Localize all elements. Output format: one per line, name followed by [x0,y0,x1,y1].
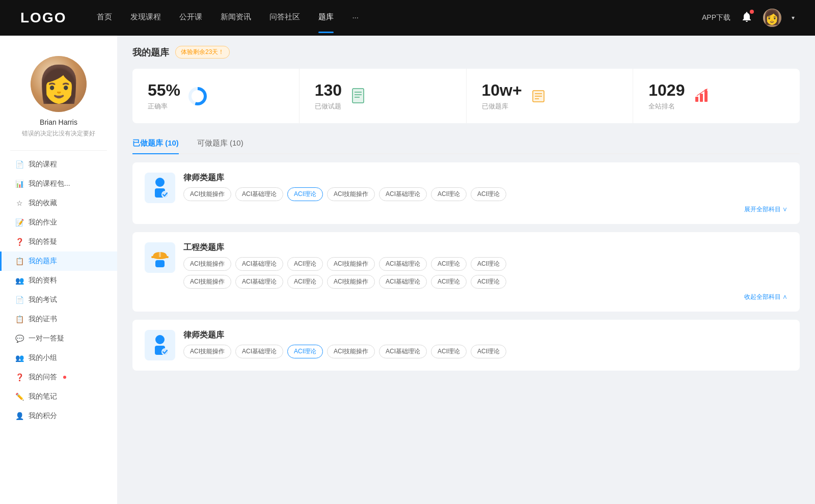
sidebar-item-myexam[interactable]: 📄 我的考试 [0,290,117,310]
tag-2[interactable]: ACI基础理论 [235,187,283,201]
sidebar-item-label: 我的小组 [29,353,57,362]
stat-questions: 130 已做试题 [300,69,467,123]
eng2-tag-2[interactable]: ACI基础理论 [235,275,283,289]
nav-item-questionbank[interactable]: 题库 [318,12,334,24]
accuracy-pie-chart [188,87,207,105]
stat-ranking-text: 1029 全站排名 [648,81,685,111]
stat-questions-value: 130 [315,81,342,100]
l2-tag-6[interactable]: ACI理论 [431,345,467,358]
bank-title-engineer: 工程类题库 [183,242,787,253]
nav-item-news[interactable]: 新闻资讯 [221,12,251,24]
sidebar-item-myanswers[interactable]: ❓ 我的答疑 [0,232,117,251]
user-avatar[interactable]: 👩 [763,9,781,27]
sidebar: Brian Harris 错误的决定比没有决定要好 📄 我的课程 📊 我的课程包… [0,36,117,504]
nav-item-opencourse[interactable]: 公开课 [179,12,202,24]
sidebar-item-label: 我的题库 [29,257,57,266]
mycourse-icon: 📄 [15,160,23,169]
sidebar-item-myqa[interactable]: ❓ 我的问答 [0,368,117,387]
sidebar-item-mycourse[interactable]: 📄 我的课程 [0,155,117,174]
app-download-link[interactable]: APP下载 [702,13,730,22]
bank-card-engineer: 工程类题库 ACI技能操作 ACI基础理论 ACI理论 ACI技能操作 ACI基… [132,232,800,312]
eng-tag-1[interactable]: ACI技能操作 [183,257,231,271]
sidebar-item-coursepack[interactable]: 📊 我的课程包... [0,174,117,193]
sidebar-divider [10,150,107,151]
sidebar-item-mygroup[interactable]: 👥 我的小组 [0,348,117,368]
l2-tag-7[interactable]: ACI理论 [471,345,506,358]
eng2-tag-6[interactable]: ACI理论 [431,275,467,289]
eng2-tag-5[interactable]: ACI基础理论 [379,275,427,289]
tabs-bar: 已做题库 (10) 可做题库 (10) [132,133,800,154]
l2-tag-2[interactable]: ACI基础理论 [235,345,283,358]
expand-link-lawyer-1[interactable]: 展开全部科目 ∨ [183,205,787,214]
notification-bell[interactable] [741,11,753,25]
qa-unread-dot [63,376,66,379]
svg-rect-12 [704,91,708,102]
svg-rect-0 [352,89,364,103]
favorites-icon: ☆ [15,199,23,207]
stat-ranking-label: 全站排名 [648,102,685,111]
tag-5[interactable]: ACI基础理论 [379,187,427,201]
user-name: Brian Harris [40,118,77,126]
eng-tag-3[interactable]: ACI理论 [287,257,323,271]
mygroup-icon: 👥 [15,354,23,362]
svg-rect-21 [155,260,165,267]
tag-1[interactable]: ACI技能操作 [183,187,231,201]
tag-3[interactable]: ACI理论 [287,187,323,201]
l2-tag-1[interactable]: ACI技能操作 [183,345,231,358]
collapse-link-engineer[interactable]: 收起全部科目 ∧ [183,293,787,301]
sidebar-item-label: 我的证书 [29,315,57,324]
bank-tags-engineer-row1: ACI技能操作 ACI基础理论 ACI理论 ACI技能操作 ACI基础理论 AC… [183,257,787,271]
sidebar-item-favorites[interactable]: ☆ 我的收藏 [0,193,117,213]
sidebar-item-myprofile[interactable]: 👥 我的资料 [0,271,117,290]
eng2-tag-4[interactable]: ACI技能操作 [327,275,375,289]
avatar-image [31,56,87,112]
eng-tag-5[interactable]: ACI基础理论 [379,257,427,271]
sidebar-item-mycert[interactable]: 📋 我的证书 [0,310,117,329]
tag-4[interactable]: ACI技能操作 [327,187,375,201]
tag-6[interactable]: ACI理论 [431,187,467,201]
eng2-tag-7[interactable]: ACI理论 [471,275,506,289]
l2-tag-5[interactable]: ACI基础理论 [379,345,427,358]
sidebar-item-mybank[interactable]: 📋 我的题库 [0,251,117,271]
nav-item-more[interactable]: ··· [352,13,359,23]
nav-item-discover[interactable]: 发现课程 [130,12,161,24]
sidebar-item-mypoints[interactable]: 👤 我的积分 [0,406,117,426]
tag-7[interactable]: ACI理论 [471,187,506,201]
banks-icon [530,87,549,105]
sidebar-item-label: 我的课程 [29,160,57,169]
notification-dot [750,10,754,14]
eng2-tag-1[interactable]: ACI技能操作 [183,275,231,289]
nav-item-qa[interactable]: 问答社区 [269,12,300,24]
bank-card-lawyer-2: 律师类题库 ACI技能操作 ACI基础理论 ACI理论 ACI技能操作 ACI基… [132,320,800,371]
svg-point-14 [155,178,165,187]
eng2-tag-3[interactable]: ACI理论 [287,275,323,289]
tab-available-banks[interactable]: 可做题库 (10) [197,133,243,153]
engineer-icon [145,242,175,273]
l2-tag-4[interactable]: ACI技能操作 [327,345,375,358]
main-content: 我的题库 体验剩余23天！ 55% 正确率 130 已做试题 [117,36,815,504]
eng-tag-2[interactable]: ACI基础理论 [235,257,283,271]
eng-tag-4[interactable]: ACI技能操作 [327,257,375,271]
sidebar-item-mynotes[interactable]: ✏️ 我的笔记 [0,387,117,406]
stat-questions-text: 130 已做试题 [315,81,342,111]
eng-tag-7[interactable]: ACI理论 [471,257,506,271]
homework-icon: 📝 [15,218,23,227]
myqa-icon: ❓ [15,373,23,381]
svg-rect-11 [700,94,703,102]
stat-accuracy-text: 55% 正确率 [148,81,180,111]
sidebar-item-homework[interactable]: 📝 我的作业 [0,213,117,232]
sidebar-item-label: 我的收藏 [29,199,57,208]
eng-tag-6[interactable]: ACI理论 [431,257,467,271]
l2-tag-3[interactable]: ACI理论 [287,345,323,358]
lawyer-icon-2 [145,330,175,360]
stat-ranking: 1029 全站排名 [633,69,800,123]
ranking-icon [693,87,711,105]
tab-done-banks[interactable]: 已做题库 (10) [132,133,179,153]
lawyer-icon [145,173,175,203]
user-dropdown-arrow[interactable]: ▾ [792,14,795,21]
navbar-menu: 首页 发现课程 公开课 新闻资讯 问答社区 题库 ··· [97,12,702,24]
mypoints-icon: 👤 [15,412,23,420]
nav-item-home[interactable]: 首页 [97,12,112,24]
stat-accuracy-label: 正确率 [148,102,180,111]
sidebar-item-oneone[interactable]: 💬 一对一答疑 [0,329,117,348]
